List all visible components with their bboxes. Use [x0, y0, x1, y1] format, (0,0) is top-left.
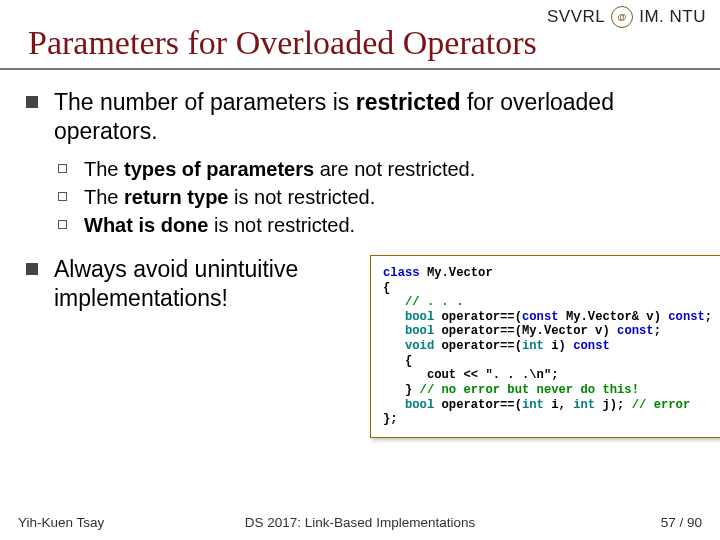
c-l3-d: const	[522, 310, 559, 324]
c-l4-c: operator==(My.Vector v)	[434, 324, 617, 338]
footer-page: 57 / 90	[661, 515, 702, 530]
title-rule	[0, 68, 720, 70]
c-l9-c: operator==(	[434, 398, 522, 412]
slide-body: The number of parameters is restricted f…	[0, 88, 720, 438]
c-l3-e: My.Vector& v)	[559, 310, 669, 324]
c-l3-c: operator==(	[434, 310, 522, 324]
c-l4-b: bool	[405, 324, 434, 338]
c-l2-a	[383, 295, 405, 309]
c-l3-f: const	[668, 310, 705, 324]
c-l7-b: ". . .\n"	[485, 368, 551, 382]
c-l4-d: const	[617, 324, 654, 338]
sb1-pre: The	[84, 158, 124, 180]
c-l5-a	[383, 339, 405, 353]
c-l0-a: class	[383, 266, 420, 280]
c-l9-e: i,	[544, 398, 573, 412]
c-l5-c: operator==(	[434, 339, 522, 353]
footer-page-cur: 57	[661, 515, 680, 530]
c-l9-f: int	[573, 398, 595, 412]
c-l5-e: i)	[544, 339, 573, 353]
header-right-text: IM. NTU	[639, 7, 706, 27]
c-l3-a	[383, 310, 405, 324]
footer-course: DS 2017: Link-Based Implementations	[245, 515, 475, 530]
c-l1: {	[383, 281, 390, 295]
c-l5-d: int	[522, 339, 544, 353]
c-l0-b: My.Vector	[420, 266, 493, 280]
slide-footer: Yih-Kuen Tsay DS 2017: Link-Based Implem…	[0, 515, 720, 530]
sb2-pre: The	[84, 186, 124, 208]
c-l8-b: // no error but never do this!	[420, 383, 639, 397]
c-l7-a: cout <<	[383, 368, 485, 382]
bullet-1-bold: restricted	[356, 89, 467, 115]
sb2-bold: return type	[124, 186, 234, 208]
sb2-post: is not restricted.	[234, 186, 375, 208]
sb1-post: are not restricted.	[320, 158, 476, 180]
c-l4-a	[383, 324, 405, 338]
bullet-2-text: Always avoid unintuitive implementations…	[54, 255, 354, 314]
c-l9-b: bool	[405, 398, 434, 412]
c-l9-h: // error	[632, 398, 691, 412]
c-l6: {	[383, 354, 412, 368]
c-l3-b: bool	[405, 310, 434, 324]
c-l10: };	[383, 412, 398, 426]
c-l9-a	[383, 398, 405, 412]
footer-author: Yih-Kuen Tsay	[18, 515, 104, 530]
bullet-1: The number of parameters is restricted f…	[24, 88, 702, 239]
c-l9-d: int	[522, 398, 544, 412]
code-example: class My.Vector { // . . . bool operator…	[370, 255, 720, 438]
bullet-1-pre: The number of parameters is	[54, 89, 356, 115]
c-l5-f: const	[573, 339, 610, 353]
c-l5-b: void	[405, 339, 434, 353]
c-l3-g: ;	[705, 310, 712, 324]
slide-title: Parameters for Overloaded Operators	[0, 24, 720, 64]
header-left-text: SVVRL	[547, 7, 605, 27]
sb1-bold: types of parameters	[124, 158, 320, 180]
c-l7-c: ;	[551, 368, 558, 382]
sub-bullet-3: What is done is not restricted.	[54, 211, 702, 239]
sub-bullet-1: The types of parameters are not restrict…	[54, 155, 702, 183]
sb3-bold: What is done	[84, 214, 214, 236]
c-l4-e: ;	[654, 324, 661, 338]
bullet-2-row: Always avoid unintuitive implementations…	[24, 255, 702, 438]
c-l9-g: j);	[595, 398, 632, 412]
c-l2-b: // . . .	[405, 295, 464, 309]
footer-page-total: / 90	[679, 515, 702, 530]
c-l8-a: }	[383, 383, 420, 397]
sub-bullet-2: The return type is not restricted.	[54, 183, 702, 211]
sb3-post: is not restricted.	[214, 214, 355, 236]
